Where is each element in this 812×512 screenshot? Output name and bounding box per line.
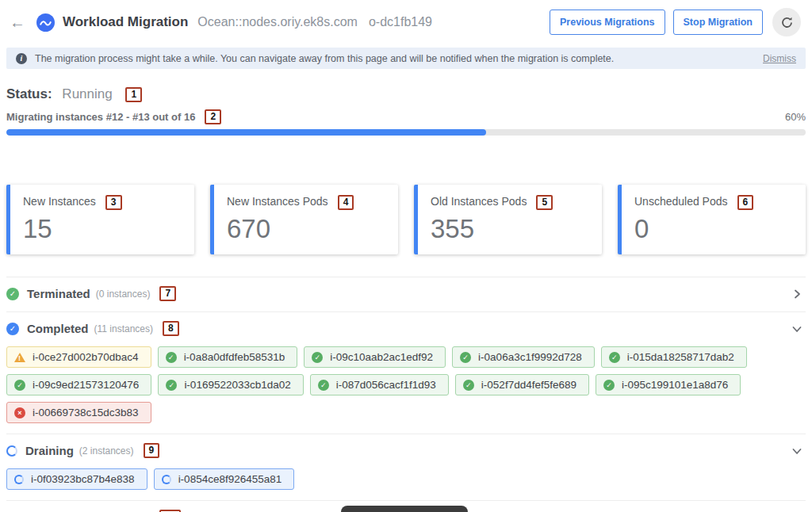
instance-id: i-09c9ed21573120476 [33,379,139,391]
info-banner: i The migration process might take a whi… [6,48,806,69]
section-title: Terminated [27,287,90,300]
check-circle-icon: ✓ [166,380,177,391]
check-circle-icon: ✓ [609,352,620,363]
section-title: Completed [27,322,89,335]
instance-chip: ×i-00669738c15dc3b83 [6,402,151,423]
instance-id: i-09c10aab2ac1edf92 [330,351,433,363]
instance-chips: i-0f03923bc87b4e838i-0854ce8f926455a81 [6,468,806,490]
check-circle-icon: ✓ [14,380,25,391]
check-circle-icon: ✓ [603,380,615,391]
card-value: 0 [634,214,793,244]
section-count: (11 instances) [94,323,153,334]
section-draining: Draining(2 instances)9i-0f03923bc87b4e83… [6,434,806,500]
ocean-cluster-name: Ocean::nodes.oriy.ek8s.com [197,15,358,29]
check-circle-green-icon: ✓ [6,288,19,300]
progress-bar [6,129,806,136]
summary-card-3: Unscheduled Pods60 [618,185,806,254]
status-label: Status: [6,86,52,101]
stop-migration-button[interactable]: Stop Migration [673,10,764,35]
warning-icon [14,353,25,362]
card-label: New Instances [23,195,96,208]
annotation-marker-8: 8 [163,321,179,336]
instance-chip: ✓i-0169522033cb1da02 [158,374,303,395]
instance-chip: ✓i-015da18258717dab2 [601,346,747,368]
progress-bar-fill [6,129,486,136]
annotation-marker-2: 2 [205,109,221,124]
card-label: Old Instances Pods [431,195,527,208]
annotation-marker-7: 7 [159,286,176,301]
instance-chip: ✓i-0a8a0dfdfeb58531b [158,346,298,368]
instance-chip: ✓i-09c9ed21573120476 [6,374,151,395]
check-circle-icon: ✓ [318,380,329,391]
section-count: (0 instances) [96,288,151,300]
app-header: ← Workload Migration Ocean::nodes.oriy.e… [0,0,812,44]
instance-id: i-015da18258717dab2 [627,351,734,363]
summary-cards: New Instances315New Instances Pods4670Ol… [6,185,806,254]
chevron-down-icon[interactable] [791,445,806,457]
instance-id: i-00669738c15dc3b83 [33,407,139,418]
ocean-resource-id: o-dc1fb149 [369,15,432,29]
card-label: New Instances Pods [227,195,328,208]
instance-chip: ✓i-087d056cacf1f1d93 [310,374,449,395]
spinner-icon [162,475,171,484]
instance-id: i-0ce27d002b70dbac4 [33,351,139,363]
summary-card-1: New Instances Pods4670 [210,185,398,254]
instance-chip: ✓i-052f7dd4fef5fe689 [455,374,589,395]
card-label: Unscheduled Pods [634,195,728,208]
annotation-marker-3: 3 [105,195,122,210]
ocean-logo-icon [36,13,55,32]
instance-id: i-0a06a3c1f9992d728 [478,351,582,363]
section-header-terminated[interactable]: ✓Terminated(0 instances)7 [6,286,806,301]
check-circle-icon: ✓ [166,352,177,363]
banner-text: The migration process might take a while… [35,53,614,64]
instance-id: i-0f03923bc87b4e838 [31,473,135,485]
summary-card-0: New Instances315 [6,185,194,254]
section-title: Draining [25,444,74,457]
card-value: 355 [431,214,589,244]
card-value: 15 [23,214,182,244]
instance-chips: i-0ce27d002b70dbac4✓i-0a8a0dfdfeb58531b✓… [6,346,806,423]
dismiss-link[interactable]: Dismiss [763,53,796,64]
section-count: (2 instances) [79,445,134,457]
check-circle-icon: ✓ [463,380,474,391]
instance-id: i-0854ce8f926455a81 [178,473,282,485]
section-header-draining[interactable]: Draining(2 instances)9 [6,443,806,458]
check-circle-icon: ✓ [312,352,323,363]
refresh-button[interactable] [772,8,801,36]
progress-text: Migrating instances #12 - #13 out of 16 [6,111,195,123]
page-title: Workload Migration [63,14,188,30]
annotation-marker-6: 6 [737,195,754,210]
error-circle-icon: × [14,407,25,418]
instance-chip: ✓i-09c10aab2ac1edf92 [304,346,446,368]
spinner-icon [6,445,17,457]
section-terminated: ✓Terminated(0 instances)7 [6,277,806,311]
instance-sections: ✓Terminated(0 instances)7✓Completed(11 i… [6,277,806,512]
instance-id: i-0a8a0dfdfeb58531b [184,351,285,363]
summary-card-2: Old Instances Pods5355 [414,185,602,254]
check-circle-icon: ✓ [460,352,471,363]
chevron-right-icon[interactable] [791,288,806,300]
instance-chip: ✓i-095c199101e1a8d76 [596,374,741,395]
annotation-marker-5: 5 [536,195,553,210]
instance-chip: i-0f03923bc87b4e838 [6,468,147,490]
migration-status-block: Status: Running 1 Migrating instances #1… [6,86,806,136]
instance-id: i-095c199101e1a8d76 [622,379,728,391]
progress-percent: 60% [785,111,806,123]
annotation-marker-9: 9 [144,443,160,458]
previous-migrations-button[interactable]: Previous Migrations [550,10,665,35]
info-icon: i [16,53,27,64]
back-button[interactable]: ← [10,14,25,30]
chevron-down-icon[interactable] [791,323,806,334]
section-completed: ✓Completed(11 instances)8i-0ce27d002b70d… [6,311,806,434]
section-header-completed[interactable]: ✓Completed(11 instances)8 [6,321,806,336]
instance-id: i-087d056cacf1f1d93 [336,379,436,391]
instance-chip: ✓i-0a06a3c1f9992d728 [452,346,595,368]
refresh-icon [780,16,794,29]
card-value: 670 [227,214,385,244]
instance-id: i-052f7dd4fef5fe689 [481,379,576,391]
annotation-marker-1: 1 [125,87,142,102]
status-value: Running [62,86,112,101]
bottom-tooltip-stub[interactable] [341,506,468,512]
instance-chip: i-0ce27d002b70dbac4 [6,346,151,368]
instance-chip: i-0854ce8f926455a81 [154,468,295,490]
